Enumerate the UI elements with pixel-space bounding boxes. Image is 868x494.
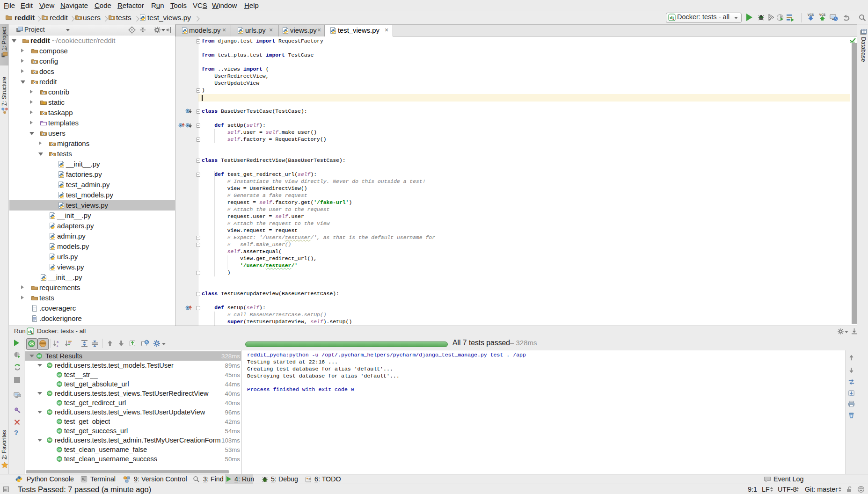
svg-text:z: z [57,344,58,347]
svg-text:VCS: VCS [808,13,814,16]
svg-text:a: a [57,340,58,343]
svg-text:dj: dj [670,15,673,20]
svg-text:VCS: VCS [819,13,826,16]
